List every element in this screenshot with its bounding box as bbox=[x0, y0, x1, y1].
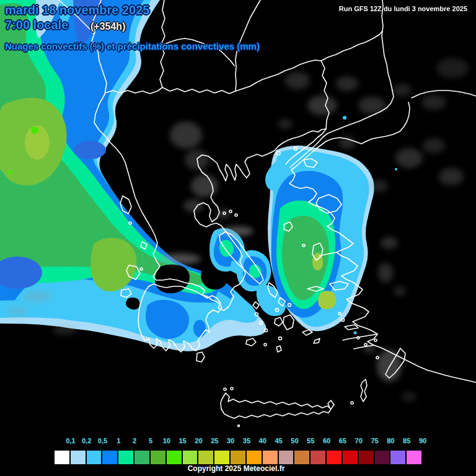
legend-label: 2 bbox=[133, 437, 136, 444]
legend-label: 65 bbox=[339, 437, 346, 444]
legend-label: 0,5 bbox=[98, 437, 107, 444]
legend-label: 85 bbox=[403, 437, 410, 444]
legend-label: 60 bbox=[323, 437, 330, 444]
weather-map bbox=[0, 0, 476, 476]
legend-swatch bbox=[87, 451, 103, 464]
legend-swatch bbox=[407, 451, 423, 464]
weather-map-page: mardi 18 novembre 2025 7:00 locale (+354… bbox=[0, 0, 476, 476]
legend-swatch bbox=[55, 451, 71, 464]
legend-swatch bbox=[198, 451, 214, 464]
legend-color-scale bbox=[55, 451, 423, 464]
legend-label: 45 bbox=[275, 437, 282, 444]
legend-swatch bbox=[375, 451, 391, 464]
legend-swatch bbox=[311, 451, 327, 464]
legend-label: 40 bbox=[259, 437, 267, 444]
legend-swatch bbox=[263, 451, 279, 464]
legend-label: 10 bbox=[163, 437, 170, 444]
legend-swatch bbox=[102, 451, 118, 464]
legend-swatch bbox=[183, 451, 199, 464]
legend-label: 80 bbox=[387, 437, 394, 444]
legend-label: 25 bbox=[211, 437, 218, 444]
legend-label: 15 bbox=[178, 437, 186, 444]
legend-swatch bbox=[343, 451, 359, 464]
copyright-text: Copyright 2025 Meteociel.fr bbox=[188, 464, 285, 473]
legend-label: 0,1 bbox=[66, 437, 75, 444]
legend-swatch bbox=[294, 451, 311, 464]
time-title: 7:00 locale bbox=[5, 18, 68, 32]
legend-swatch bbox=[71, 451, 87, 464]
legend-swatch bbox=[151, 451, 167, 464]
legend-label: 5 bbox=[149, 437, 152, 444]
legend-swatch bbox=[167, 451, 183, 464]
forecast-offset: (+354h) bbox=[90, 21, 125, 32]
model-run-info: Run GFS 12Z du lundi 3 novembre 2025 bbox=[339, 5, 467, 12]
date-title: mardi 18 novembre 2025 bbox=[5, 3, 149, 17]
legend-label: 30 bbox=[227, 437, 234, 444]
legend-label: 1 bbox=[117, 437, 120, 444]
legend-label: 55 bbox=[307, 437, 314, 444]
legend-label: 0,2 bbox=[82, 437, 91, 444]
legend-swatch bbox=[327, 451, 343, 464]
legend-swatch bbox=[359, 451, 375, 464]
legend-swatch bbox=[231, 451, 247, 464]
legend-swatch bbox=[390, 451, 407, 464]
legend-label: 70 bbox=[355, 437, 363, 444]
legend-label: 50 bbox=[291, 437, 298, 444]
legend-label: 35 bbox=[243, 437, 250, 444]
legend-label: 90 bbox=[419, 437, 426, 444]
legend-scale-labels: 0,10,20,51251015202530354045505560657075… bbox=[0, 437, 476, 447]
legend-swatch bbox=[118, 451, 134, 464]
legend-label: 75 bbox=[371, 437, 378, 444]
legend-swatch bbox=[214, 451, 231, 464]
parameter-subtitle: Nuages convectifs (%) et précipitations … bbox=[5, 41, 260, 51]
legend-label: 20 bbox=[195, 437, 202, 444]
legend-swatch bbox=[134, 451, 151, 464]
legend-swatch bbox=[279, 451, 295, 464]
legend-swatch bbox=[247, 451, 263, 464]
